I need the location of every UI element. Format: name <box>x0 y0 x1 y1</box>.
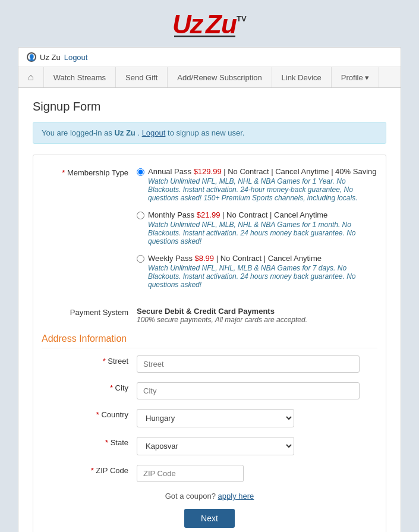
annual-pass-price: $129.99 <box>194 167 222 176</box>
weekly-pass-title: Weekly Pass <box>148 254 193 263</box>
membership-radio-annual[interactable] <box>137 168 144 176</box>
info-text-middle: . <box>137 128 141 137</box>
info-logout-link[interactable]: Logout <box>142 128 166 137</box>
tab-profile[interactable]: Profile ▾ <box>332 67 379 87</box>
country-row: * Country Hungary United States United K… <box>42 409 377 427</box>
svg-text:U: U <box>172 10 192 39</box>
coupon-text: Got a coupon? <box>165 492 216 500</box>
info-text-before: You are logged-in as <box>42 128 114 137</box>
username-display: Uz Zu <box>40 53 61 62</box>
nav-tabs: ⌂ Watch Streams Send Gift Add/Renew Subs… <box>18 67 401 88</box>
content-area: Signup Form You are logged-in as Uz Zu .… <box>18 88 401 532</box>
membership-label: * Membership Type <box>42 167 137 177</box>
next-button[interactable]: Next <box>184 509 235 528</box>
street-label: * Street <box>42 355 137 366</box>
svg-text:u: u <box>221 10 237 39</box>
user-bar: 👤 Uz Zu Logout <box>18 48 401 67</box>
form-section: * Membership Type Annual Pass $129.99 | … <box>33 155 386 532</box>
street-input[interactable] <box>137 355 360 373</box>
address-section-title: Address Information <box>42 333 377 348</box>
info-text-after: to signup as new user. <box>168 128 244 137</box>
city-label: * City <box>42 382 137 392</box>
payment-label: Payment System <box>42 307 137 317</box>
logo-area: U z Z u TV <box>0 0 419 47</box>
city-row: * City <box>42 382 377 399</box>
info-banner: You are logged-in as Uz Zu . Logout to s… <box>33 122 386 144</box>
zip-row: * ZIP Code <box>42 465 377 482</box>
membership-options: Annual Pass $129.99 | No Contract | Canc… <box>137 167 377 297</box>
state-row: * State Kaposvar Budapest Debrecen Misko… <box>42 437 377 455</box>
weekly-pass-price: $8.99 <box>195 254 215 263</box>
membership-option-weekly: Weekly Pass $8.99 | No Contract | Cancel… <box>137 254 377 289</box>
user-icon: 👤 <box>27 52 36 62</box>
info-username: Uz Zu <box>114 128 135 137</box>
country-content: Hungary United States United Kingdom Ger… <box>137 409 377 427</box>
annual-pass-title: Annual Pass <box>148 167 191 176</box>
zip-content <box>137 465 377 482</box>
monthly-pass-desc: Watch Unlimited NFL, MLB, NHL & NBA Game… <box>148 221 377 245</box>
state-select[interactable]: Kaposvar Budapest Debrecen Miskolc Pecs <box>137 437 294 455</box>
svg-text:z: z <box>190 10 204 39</box>
monthly-pass-title: Monthly Pass <box>148 210 194 219</box>
weekly-pass-meta: No Contract | Cancel Anytime <box>220 254 322 263</box>
country-label: * Country <box>42 409 137 419</box>
annual-pass-meta: No Contract | Cancel Anytime | 40% Savin… <box>228 167 376 176</box>
tab-add-renew-subscription[interactable]: Add/Renew Subscription <box>168 67 272 87</box>
membership-radio-weekly[interactable] <box>137 255 144 263</box>
payment-title: Secure Debit & Credit Card Payments <box>137 307 377 316</box>
coupon-apply-link[interactable]: apply here <box>218 492 254 500</box>
membership-option-annual: Annual Pass $129.99 | No Contract | Canc… <box>137 167 377 202</box>
country-select[interactable]: Hungary United States United Kingdom Ger… <box>137 409 294 427</box>
membership-option-annual-label[interactable]: Annual Pass $129.99 | No Contract | Canc… <box>137 167 377 202</box>
main-container: 👤 Uz Zu Logout ⌂ Watch Streams Send Gift… <box>18 47 401 532</box>
next-button-row: Next <box>42 509 377 528</box>
tab-link-device[interactable]: Link Device <box>272 67 332 87</box>
weekly-pass-desc: Watch Unlimited NFL, NHL, MLB & NBA Game… <box>148 264 377 289</box>
page-title: Signup Form <box>33 100 386 114</box>
payment-subtitle: 100% secure payments, All major cards ar… <box>137 316 377 324</box>
membership-option-monthly-label[interactable]: Monthly Pass $21.99 | No Contract | Canc… <box>137 210 377 245</box>
tab-send-gift[interactable]: Send Gift <box>116 67 168 87</box>
city-content <box>137 382 377 399</box>
payment-content: Secure Debit & Credit Card Payments 100%… <box>137 307 377 324</box>
coupon-row: Got a coupon? apply here <box>42 492 377 500</box>
svg-text:TV: TV <box>237 14 247 23</box>
membership-radio-monthly[interactable] <box>137 212 144 219</box>
city-input[interactable] <box>137 382 360 399</box>
zip-label: * ZIP Code <box>42 465 137 475</box>
zip-input[interactable] <box>137 465 244 482</box>
monthly-pass-meta: No Contract | Cancel Anytime <box>226 210 327 219</box>
tab-watch-streams[interactable]: Watch Streams <box>44 67 116 87</box>
logout-link[interactable]: Logout <box>64 53 88 62</box>
membership-option-monthly: Monthly Pass $21.99 | No Contract | Canc… <box>137 210 377 245</box>
annual-pass-desc: Watch Unlimited NFL, MLB, NHL & NBA Game… <box>148 177 377 202</box>
svg-text:Z: Z <box>204 10 223 39</box>
state-content: Kaposvar Budapest Debrecen Miskolc Pecs <box>137 437 377 455</box>
membership-option-weekly-label[interactable]: Weekly Pass $8.99 | No Contract | Cancel… <box>137 254 377 289</box>
state-label: * State <box>42 437 137 447</box>
home-tab[interactable]: ⌂ <box>18 67 44 87</box>
monthly-pass-price: $21.99 <box>197 210 220 219</box>
payment-row: Payment System Secure Debit & Credit Car… <box>42 307 377 324</box>
street-row: * Street <box>42 355 377 373</box>
membership-row: * Membership Type Annual Pass $129.99 | … <box>42 167 377 297</box>
street-content <box>137 355 377 373</box>
